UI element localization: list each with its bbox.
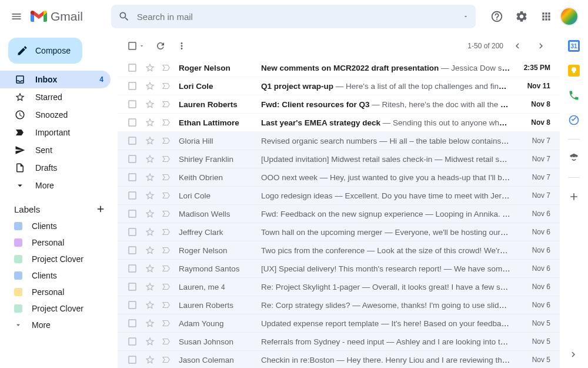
sidebar-item-more[interactable]: More [0,177,111,194]
sidebar-item-sent[interactable]: Sent [0,141,111,159]
importance-button[interactable] [161,300,173,310]
message-checkbox[interactable] [127,318,139,329]
star-button[interactable] [145,300,156,310]
compose-button[interactable]: Compose [8,38,82,64]
message-row[interactable]: Shirley Franklin[Updated invitation] Mid… [118,150,560,168]
message-row[interactable]: Raymond Santos[UX] Special delivery! Thi… [118,260,560,278]
message-row[interactable]: Lauren RobertsFwd: Client resources for … [118,95,560,114]
main-menu-button[interactable] [5,5,28,28]
gmail-logo[interactable]: Gmail [31,9,83,24]
apps-button[interactable] [535,5,557,28]
importance-button[interactable] [161,336,173,347]
message-row[interactable]: Roger NelsonNew comments on MCR2022 draf… [118,59,560,77]
prev-page-button[interactable] [508,37,527,55]
star-button[interactable] [145,281,156,292]
star-button[interactable] [145,318,156,329]
label-item[interactable]: Project Clover [0,300,118,317]
importance-button[interactable] [161,227,173,237]
message-row[interactable]: Jason ColemanCheckin in re:Boston — Hey … [118,351,560,368]
importance-button[interactable] [161,281,173,292]
message-checkbox[interactable] [127,281,139,292]
star-button[interactable] [145,263,156,274]
importance-button[interactable] [161,62,173,73]
message-checkbox[interactable] [127,245,139,256]
message-row[interactable]: Lauren RobertsRe: Corp strategy slides? … [118,296,560,314]
label-item[interactable]: Clients [0,267,118,284]
tasks-app-button[interactable] [568,89,580,101]
message-checkbox[interactable] [127,99,139,110]
importance-button[interactable] [161,154,173,164]
message-row[interactable]: Susan JohnsonReferrals from Sydney - nee… [118,333,560,351]
search-bar[interactable] [111,5,476,28]
message-checkbox[interactable] [127,190,139,201]
message-checkbox[interactable] [127,263,139,274]
search-input[interactable] [137,12,458,22]
message-row[interactable]: Gloria HillRevised organic search number… [118,132,560,150]
importance-button[interactable] [161,354,173,365]
message-row[interactable]: Lori ColeLogo redesign ideas — Excellent… [118,187,560,205]
collapse-panel-button[interactable] [568,349,580,361]
refresh-button[interactable] [155,41,166,51]
message-row[interactable]: Madison WellsFwd: Feedback on the new si… [118,205,560,223]
importance-button[interactable] [161,135,173,146]
star-button[interactable] [145,172,156,183]
account-avatar[interactable] [560,7,579,26]
more-button[interactable] [176,41,187,51]
settings-button[interactable] [510,5,533,28]
select-all[interactable] [127,41,145,51]
keep-app-button[interactable] [568,65,580,77]
importance-button[interactable] [161,172,173,183]
label-item[interactable]: Project Clover [0,251,118,267]
sidebar-item-starred[interactable]: Starred [0,88,111,106]
star-button[interactable] [145,135,156,146]
star-button[interactable] [145,154,156,164]
sidebar-item-snoozed[interactable]: Snoozed [0,106,111,124]
message-row[interactable]: Adam YoungUpdated expense report templat… [118,314,560,333]
importance-button[interactable] [161,117,173,128]
message-row[interactable]: Keith ObrienOOO next week — Hey, just wa… [118,168,560,187]
sidebar-item-inbox[interactable]: Inbox4 [0,71,111,88]
message-checkbox[interactable] [127,172,139,183]
contacts-app-button[interactable] [568,114,580,126]
message-row[interactable]: Jeffrey ClarkTown hall on the upcoming m… [118,223,560,241]
next-page-button[interactable] [532,37,550,55]
importance-button[interactable] [161,245,173,256]
message-checkbox[interactable] [127,117,139,128]
get-addons-button[interactable] [568,191,580,203]
help-button[interactable] [486,5,508,28]
importance-button[interactable] [161,263,173,274]
star-button[interactable] [145,354,156,365]
star-button[interactable] [145,62,156,73]
add-label-button[interactable] [95,204,106,214]
message-checkbox[interactable] [127,300,139,310]
message-checkbox[interactable] [127,336,139,347]
label-item[interactable]: Clients [0,218,118,234]
message-checkbox[interactable] [127,154,139,164]
labels-more[interactable]: More [0,317,118,333]
search-options-button[interactable] [463,14,469,19]
sidebar-item-important[interactable]: Important [0,124,111,141]
importance-button[interactable] [161,99,173,110]
importance-button[interactable] [161,81,173,91]
message-checkbox[interactable] [127,81,139,91]
star-button[interactable] [145,81,156,91]
star-button[interactable] [145,336,156,347]
message-checkbox[interactable] [127,208,139,219]
star-button[interactable] [145,99,156,110]
message-row[interactable]: Roger NelsonTwo pics from the conference… [118,241,560,260]
calendar-app-button[interactable]: 31 [568,40,580,52]
star-button[interactable] [145,245,156,256]
message-row[interactable]: Lori ColeQ1 project wrap-up — Here's a l… [118,77,560,95]
star-button[interactable] [145,227,156,237]
message-checkbox[interactable] [127,354,139,365]
sidebar-item-drafts[interactable]: Drafts [0,159,111,177]
message-checkbox[interactable] [127,62,139,73]
star-button[interactable] [145,117,156,128]
importance-button[interactable] [161,208,173,219]
contacts-icon-button[interactable] [568,152,580,164]
importance-button[interactable] [161,318,173,329]
star-button[interactable] [145,208,156,219]
label-item[interactable]: Personal [0,234,118,251]
star-button[interactable] [145,190,156,201]
message-checkbox[interactable] [127,227,139,237]
